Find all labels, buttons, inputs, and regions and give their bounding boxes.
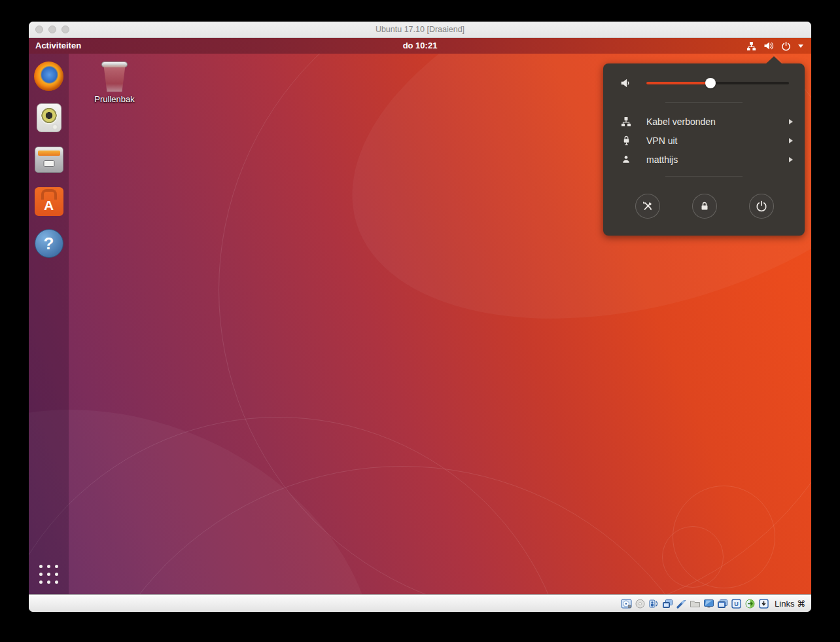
lock-icon [699,201,710,211]
display-icon[interactable] [703,598,714,609]
vm-window: Ubuntu 17.10 [Draaiend] Activiteiten do … [29,22,811,612]
power-icon [781,41,791,51]
lock-button[interactable] [692,194,717,219]
system-menu-popup: Kabel verbonden VPN uit [603,63,805,236]
menu-item-network[interactable]: Kabel verbonden [619,112,793,131]
menu-separator [665,102,743,103]
macos-titlebar: Ubuntu 17.10 [Draaiend] [29,22,811,38]
clock-button[interactable]: do 10:21 [29,38,811,54]
audio-icon[interactable] [648,598,659,609]
dock-item-files[interactable] [34,145,64,175]
host-key-label: Links ⌘ [775,599,805,609]
dock-item-help[interactable]: ? [34,228,64,259]
chevron-down-icon [798,45,803,48]
wired-network-icon [619,116,633,127]
trash-label: Prullenbak [86,94,143,104]
menu-item-vpn[interactable]: VPN uit [619,131,793,150]
network-adapter-icon[interactable] [662,598,673,609]
gnome-top-bar: Activiteiten do 10:21 [29,38,811,54]
trash-desktop-icon[interactable]: Prullenbak [86,62,143,104]
help-icon: ? [35,229,63,258]
firefox-icon [34,62,63,91]
dock: A ? [29,54,69,594]
submenu-arrow-icon [789,157,793,162]
optical-disc-icon[interactable] [635,598,646,609]
menu-item-user[interactable]: matthijs [619,150,793,169]
volume-row [619,73,789,93]
show-applications-button[interactable] [39,565,58,584]
speaker-icon [619,77,633,89]
hard-disk-icon[interactable] [621,598,632,609]
desktop-wallpaper: A ? Prullenbak [29,54,811,594]
dock-item-ubuntu-software[interactable]: A [34,187,64,217]
virtualization-icon[interactable]: U [731,598,742,609]
window-title: Ubuntu 17.10 [Draaiend] [29,22,811,38]
settings-tools-icon [642,200,654,212]
system-status-area[interactable] [746,38,803,54]
menu-item-label: Kabel verbonden [646,116,716,127]
volume-slider-fill [646,82,710,84]
host-key-icon[interactable] [758,598,769,609]
wired-network-icon [746,41,756,51]
wallpaper-ring [662,526,724,588]
volume-icon [763,41,774,51]
power-icon [756,200,767,212]
svg-text:U: U [734,601,739,607]
volume-slider[interactable] [646,78,789,88]
shared-folders-icon[interactable] [690,598,701,609]
file-manager-icon [35,147,63,173]
dock-item-rhythmbox[interactable] [34,103,64,133]
ubuntu-software-icon: A [35,187,63,216]
usb-icon[interactable] [676,598,687,609]
dock-item-firefox[interactable] [34,61,64,91]
rhythmbox-icon [37,103,61,132]
mouse-integration-icon[interactable] [744,598,756,609]
submenu-arrow-icon [789,119,793,124]
menu-item-label: matthijs [646,154,678,165]
menu-item-label: VPN uit [646,135,677,146]
settings-button[interactable] [635,194,660,219]
power-button[interactable] [749,194,774,219]
user-icon [619,154,633,164]
virtualbox-statusbar: U Links ⌘ [29,594,811,612]
recording-icon[interactable] [717,598,728,609]
submenu-arrow-icon [789,138,793,143]
vpn-lock-icon [619,135,633,146]
volume-slider-knob[interactable] [705,78,716,88]
menu-separator [665,176,743,177]
trash-icon [86,62,143,92]
